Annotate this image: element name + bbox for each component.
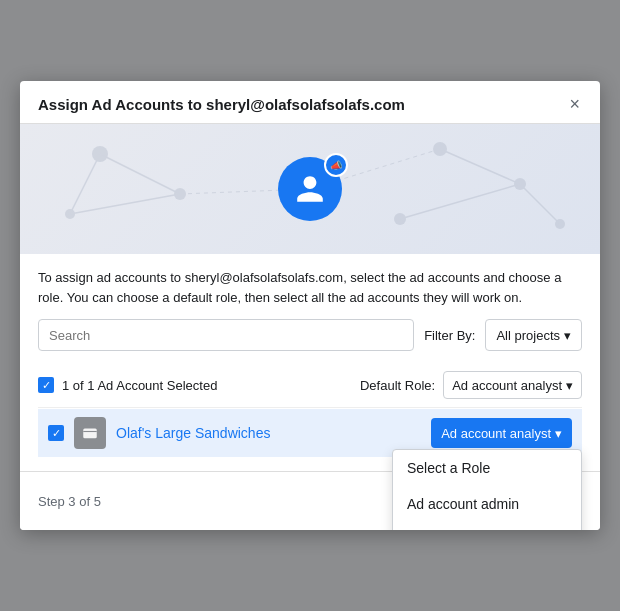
role-dropdown-menu: Select a Role Ad account admin Ad accoun… [392,449,582,530]
dropdown-item-advertiser[interactable]: Ad account advertiser [393,522,581,530]
selected-count-row: ✓ 1 of 1 Ad Account Selected Default Rol… [38,363,582,408]
hero-icon: 📣 [278,157,342,221]
default-role-value: Ad account analyst [452,378,562,393]
selected-left: ✓ 1 of 1 Ad Account Selected [38,377,217,393]
account-checkbox[interactable]: ✓ [48,425,64,441]
default-role-chevron-icon: ▾ [566,378,573,393]
account-role-value: Ad account analyst [441,426,551,441]
step-indicator: Step 3 of 5 [38,494,101,509]
default-role-label: Default Role: [360,378,435,393]
svg-line-12 [400,184,520,219]
description-text: To assign ad accounts to sheryl@olafsola… [38,268,582,307]
account-icon [74,417,106,449]
modal-header: Assign Ad Accounts to sheryl@olafsolafso… [20,81,600,124]
select-all-checkbox[interactable]: ✓ [38,377,54,393]
modal-hero: 📣 [20,124,600,254]
modal-body: To assign ad accounts to sheryl@olafsola… [20,254,600,471]
dropdown-item-admin[interactable]: Ad account admin [393,486,581,522]
assign-ad-accounts-modal: Assign Ad Accounts to sheryl@olafsolafso… [20,81,600,530]
svg-line-11 [520,184,560,224]
selected-right: Default Role: Ad account analyst ▾ [360,371,582,399]
filter-chevron-icon: ▾ [564,328,571,343]
account-role-dropdown[interactable]: Ad account analyst ▾ [431,418,572,448]
hero-badge: 📣 [324,153,348,177]
svg-line-10 [440,149,520,184]
modal-overlay: Assign Ad Accounts to sheryl@olafsolafso… [0,0,620,611]
modal-title: Assign Ad Accounts to sheryl@olafsolafso… [38,96,405,113]
filter-dropdown[interactable]: All projects ▾ [485,319,582,351]
account-role-chevron-icon: ▾ [555,426,562,441]
svg-line-8 [70,194,180,214]
filter-label: Filter By: [424,328,475,343]
person-icon [294,173,326,205]
svg-rect-15 [83,429,97,439]
account-row: ✓ Olaf's Large Sandwiches Ad account ana… [38,409,582,457]
account-name: Olaf's Large Sandwiches [116,425,431,441]
selected-count-text: 1 of 1 Ad Account Selected [62,378,217,393]
search-filter-row: Filter By: All projects ▾ [38,319,582,351]
dropdown-item-select-role[interactable]: Select a Role [393,450,581,486]
svg-line-9 [70,154,100,214]
close-button[interactable]: × [567,95,582,113]
search-input[interactable] [38,319,414,351]
ad-account-icon [81,424,99,442]
svg-line-7 [100,154,180,194]
default-role-dropdown[interactable]: Ad account analyst ▾ [443,371,582,399]
filter-value: All projects [496,328,560,343]
